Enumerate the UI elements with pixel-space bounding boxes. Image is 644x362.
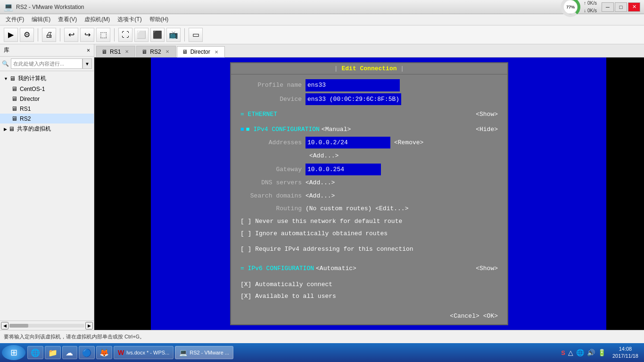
toolbar-redo[interactable]: ↪ [80,28,94,42]
taskbar-explorer[interactable]: 📁 [45,346,61,359]
content-area: 库 × 🔍 ▼ ▼ 🖥 我的计算机 🖥 CentOS-1 🖥 [0,44,644,330]
titlebar-icon: 💻 [4,2,13,11]
minimize-button[interactable]: ─ [602,2,614,12]
tray-network-icon[interactable]: 🌐 [576,349,584,356]
tab-bar: 🖥 RS1 ✕ 🖥 RS2 ✕ 🖥 Director ✕ [94,44,644,58]
search-domains-value[interactable]: <Add...> [305,190,335,201]
sidebar-close[interactable]: × [87,47,90,54]
close-button[interactable]: ✕ [628,2,640,12]
toolbar-btn-8[interactable]: ⬛ [150,28,165,42]
ethernet-show[interactable]: <Show> [476,109,498,120]
addresses-remove[interactable]: <Remove> [394,137,423,148]
sidebar-search-area: 🔍 ▼ [0,57,94,71]
tab-rs2-label: RS2 [150,49,161,55]
tab-rs2-close[interactable]: ✕ [164,49,171,55]
taskbar-wps[interactable]: W lvs.docx * - WPS... [114,346,173,359]
search-dropdown[interactable]: ▼ [83,58,92,69]
tree-group-mycomputer-header[interactable]: ▼ 🖥 我的计算机 [0,73,94,84]
search-input[interactable] [11,58,83,69]
addresses-row: Addresses 10.0.0.2/24 <Remove> [240,137,498,148]
firefox-icon: 🦊 [99,348,109,357]
tab-rs1[interactable]: 🖥 RS1 ✕ [96,46,135,57]
cancel-button[interactable]: <Cancel> [450,313,479,320]
ipv6-show[interactable]: <Show> [476,263,498,274]
taskbar-vmware[interactable]: 💻 RS2 - VMware ... [175,346,233,359]
checkbox-row-2[interactable]: [ ] Ignore automatically obtained routes [240,228,498,239]
toolbar-btn-1[interactable]: ▶ [4,28,18,42]
scroll-track[interactable] [9,324,84,328]
sogou-icon[interactable]: S [561,349,565,356]
toolbar-btn-5[interactable]: ⬚ [96,28,110,42]
menu-help[interactable]: 帮助(H) [146,15,173,25]
taskbar-cloud[interactable]: ☁ [62,346,77,359]
profile-value[interactable]: ens33 [305,79,400,91]
scroll-right[interactable]: ▶ [85,322,93,329]
dns-value[interactable]: <Add...> [305,177,335,188]
tab-rs1-close[interactable]: ✕ [124,49,130,55]
tab-director-close[interactable]: ✕ [213,49,220,55]
taskbar-firefox[interactable]: 🦊 [96,346,112,359]
tray-up-icon[interactable]: △ [568,349,573,356]
tab-rs2[interactable]: 🖥 RS2 ✕ [136,46,175,57]
ipv6-mode[interactable]: <Automatic> [316,263,356,274]
toolbar-btn-9[interactable]: 📺 [166,28,181,42]
ethernet-section: = ETHERNET <Show> [240,109,498,120]
tray-sound-icon[interactable]: 🔊 [587,349,595,356]
start-button[interactable]: ⊞ [2,345,25,360]
vm-screen[interactable]: | Edit Connection | Profile name ens33 D… [94,58,644,330]
ok-button[interactable]: <OK> [483,313,498,320]
sidebar-item-centos1[interactable]: 🖥 CentOS-1 [0,84,94,94]
shared-icon: 🖥 [8,125,15,132]
ie-icon: 🌐 [31,348,40,357]
tab-director[interactable]: 🖥 Director ✕ [177,46,225,58]
menu-file[interactable]: 文件(F) [2,15,28,25]
edit-connection-dialog: | Edit Connection | Profile name ens33 D… [230,62,508,325]
computer-icon: 🖥 [9,75,16,82]
toolbar-btn-10[interactable]: ▭ [189,28,203,42]
tree-group-shared-header[interactable]: ▶ 🖥 共享的虚拟机 [0,123,94,134]
black-right [606,58,644,330]
sidebar: 库 × 🔍 ▼ ▼ 🖥 我的计算机 🖥 CentOS-1 🖥 [0,44,94,330]
device-value[interactable]: ens33 (00:0C:29:6C:8F:5B) [305,93,401,105]
sidebar-item-director[interactable]: 🖥 Director [0,94,94,104]
checkbox-ignore-routes: [ ] Ignore automatically obtained routes [240,230,388,237]
scroll-left[interactable]: ◀ [1,322,8,329]
ipv4-hide[interactable]: <Hide> [476,124,498,135]
checkbox-row-3[interactable]: [ ] Require IPv4 addressing for this con… [240,244,498,255]
rs1-label: RS1 [20,106,31,112]
folder-icon: 📁 [48,348,58,357]
wps-icon: W [118,349,124,356]
dialog-body: Profile name ens33 Device ens33 (00:0C:2… [231,74,507,307]
sidebar-item-rs1[interactable]: 🖥 RS1 [0,104,94,114]
device-row: Device ens33 (00:0C:29:6C:8F:5B) [240,93,498,105]
director-label: Director [20,96,40,102]
menu-edit[interactable]: 编辑(E) [28,15,54,25]
menu-view[interactable]: 查看(V) [54,15,81,25]
toolbar-undo[interactable]: ↩ [64,28,78,42]
taskbar-chrome[interactable]: 🔵 [79,346,95,359]
menu-tabs[interactable]: 选项卡(T) [114,15,145,25]
ipv4-mode[interactable]: <Manual> [322,124,351,135]
sidebar-scrollbar[interactable]: ◀ ▶ [0,321,94,330]
toolbar-btn-7[interactable]: ⬜ [134,28,149,42]
maximize-button[interactable]: □ [615,2,627,12]
addresses-add[interactable]: <Add...> [309,150,339,161]
titlebar-title: RS2 - VMware Workstation [16,4,560,10]
clock[interactable]: 14:08 2017/11/18 [609,346,642,360]
gateway-value[interactable]: 10.0.0.254 [305,164,381,175]
taskbar-ie[interactable]: 🌐 [27,346,43,359]
addresses-value[interactable]: 10.0.0.2/24 [305,137,390,148]
clock-time: 14:08 [612,346,638,353]
auto-connect-row[interactable]: [X] Automatically connect [240,279,498,290]
menu-vm[interactable]: 虚拟机(M) [81,15,114,25]
toolbar-btn-3[interactable]: 🖨 [42,28,56,42]
available-users-row[interactable]: [X] Available to all users [240,291,498,302]
toolbar-btn-2[interactable]: ⚙ [20,28,34,42]
routing-value[interactable]: (No custom routes) <Edit...> [305,203,408,214]
tray-battery-icon[interactable]: 🔋 [598,349,606,356]
checkbox-row-1[interactable]: [ ] Never use this network for default r… [240,216,498,227]
cloud-icon: ☁ [66,348,73,357]
toolbar-fullscreen[interactable]: ⛶ [118,28,132,42]
sidebar-item-rs2[interactable]: 🖥 RS2 [0,114,94,123]
tree-group-mycomputer: ▼ 🖥 我的计算机 🖥 CentOS-1 🖥 Director 🖥 RS1 [0,73,94,123]
